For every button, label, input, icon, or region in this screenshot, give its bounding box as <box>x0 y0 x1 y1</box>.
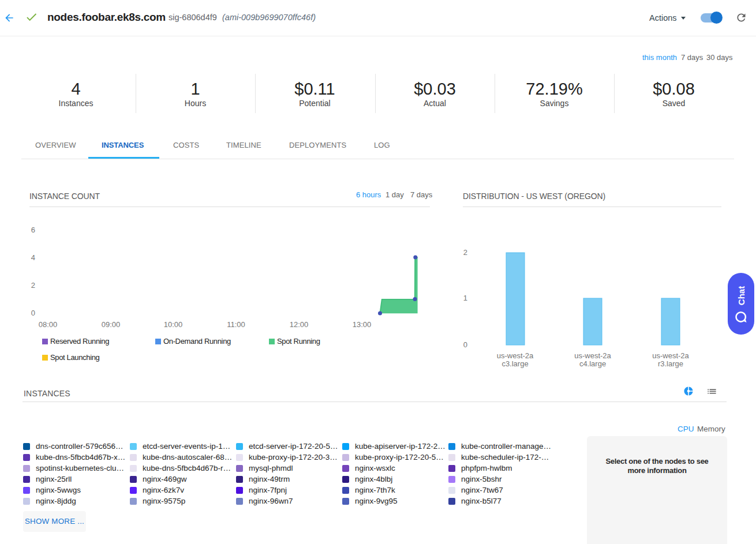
svg-text:4: 4 <box>31 253 35 262</box>
svg-text:10:00: 10:00 <box>164 320 183 329</box>
svg-text:6: 6 <box>31 226 35 234</box>
svg-text:0: 0 <box>31 309 35 317</box>
svg-text:us-west-2a: us-west-2a <box>497 351 534 360</box>
svg-text:11:00: 11:00 <box>227 320 245 329</box>
svg-text:us-west-2a: us-west-2a <box>652 351 689 360</box>
svg-text:0: 0 <box>463 340 467 349</box>
svg-text:08:00: 08:00 <box>39 320 58 329</box>
svg-text:1: 1 <box>463 294 467 302</box>
svg-text:r3.large: r3.large <box>658 359 683 368</box>
svg-text:09:00: 09:00 <box>102 320 121 329</box>
svg-text:12:00: 12:00 <box>290 320 309 329</box>
svg-text:us-west-2a: us-west-2a <box>574 351 611 360</box>
svg-text:2: 2 <box>31 281 35 290</box>
svg-text:c3.large: c3.large <box>501 359 528 368</box>
svg-text:2: 2 <box>463 248 467 257</box>
svg-text:c4.large: c4.large <box>579 359 606 368</box>
svg-text:13:00: 13:00 <box>353 320 372 329</box>
